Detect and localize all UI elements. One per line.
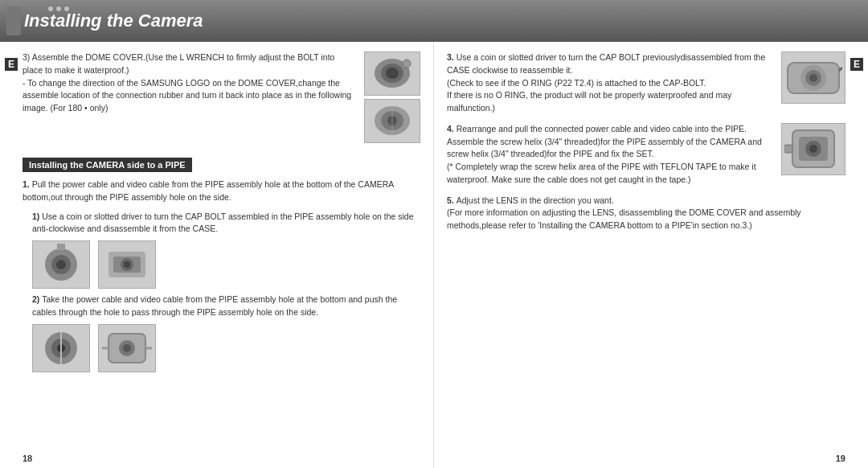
cable-image-1 xyxy=(32,324,90,372)
step-1a-text: Use a coin or slotted driver to turn the… xyxy=(32,211,414,234)
dot-2 xyxy=(56,6,61,11)
step-images-row2 xyxy=(32,324,420,372)
right-page: E 3. Use a coin or slotted driver to tur… xyxy=(434,42,868,468)
right-step-3-content: 3. Use a coin or slotted driver to turn … xyxy=(447,51,768,115)
step-1a: 1) Use a coin or slotted driver to turn … xyxy=(32,211,420,236)
pipe-assembly-image xyxy=(781,123,845,175)
step-2a-text: Take the power cable and video cable fro… xyxy=(32,294,397,317)
e-marker-right: E xyxy=(850,58,863,71)
right-step-5: 5. Adjust the LENS in the direction you … xyxy=(447,195,845,232)
left-page: E 3) Assemble the DOME COVER.(Use the L … xyxy=(0,42,434,468)
pipe-image-2 xyxy=(98,240,156,289)
header-dots xyxy=(48,6,69,11)
header-decoration xyxy=(6,6,21,35)
svg-point-2 xyxy=(386,68,399,79)
dot-1 xyxy=(48,6,53,11)
step-1-text: Pull the power cable and video cable fro… xyxy=(23,179,394,202)
right-step-5-content: 5. Adjust the LENS in the direction you … xyxy=(447,195,845,232)
step-2a: 2) Take the power cable and video cable … xyxy=(32,294,420,319)
page-title: Installing the Camera xyxy=(24,10,203,31)
dome-cover-images xyxy=(364,51,420,143)
section-heading: Installing the CAMERA side to a PIPE xyxy=(23,158,192,172)
svg-point-28 xyxy=(809,74,817,82)
svg-point-22 xyxy=(123,344,131,352)
cable-image-2 xyxy=(98,324,156,372)
e-marker-left: E xyxy=(5,58,18,71)
page-header: Installing the Camera xyxy=(0,0,868,42)
pipe-image-1 xyxy=(32,240,90,289)
svg-rect-34 xyxy=(784,145,792,153)
step-images-row1 xyxy=(32,240,420,289)
right-step-3-image xyxy=(781,51,845,115)
dot-3 xyxy=(64,6,69,11)
dome-cover-image-2 xyxy=(364,99,420,143)
dome-cover-text: 3) Assemble the DOME COVER.(Use the L WR… xyxy=(23,51,356,143)
dome-cover-image-1 xyxy=(364,51,420,96)
svg-point-10 xyxy=(56,260,66,269)
page-content: E 3) Assemble the DOME COVER.(Use the L … xyxy=(0,42,868,468)
right-step-3: 3. Use a coin or slotted driver to turn … xyxy=(447,51,845,115)
right-step-5-text: 5. Adjust the LENS in the direction you … xyxy=(447,195,845,232)
page-number-right: 19 xyxy=(836,454,845,463)
page-number-left: 18 xyxy=(23,454,32,463)
cap-bolt-image xyxy=(781,51,845,104)
svg-point-15 xyxy=(124,261,130,268)
svg-rect-11 xyxy=(57,244,65,250)
step-1a-num: 1) xyxy=(32,211,42,221)
svg-point-3 xyxy=(403,60,411,68)
step-2a-num: 2) xyxy=(32,294,42,304)
right-step-4-text: 4. Rearrange and pull the connected powe… xyxy=(447,123,768,187)
right-step-3-text: 3. Use a coin or slotted driver to turn … xyxy=(447,51,768,115)
right-step-4-image xyxy=(781,123,845,187)
step-1: 1. Pull the power cable and video cable … xyxy=(23,179,420,204)
right-step-4: 4. Rearrange and pull the connected powe… xyxy=(447,123,845,187)
right-step-4-content: 4. Rearrange and pull the connected powe… xyxy=(447,123,768,187)
top-section: 3) Assemble the DOME COVER.(Use the L WR… xyxy=(23,51,420,143)
step-1-num: 1. xyxy=(23,179,32,189)
svg-point-33 xyxy=(809,145,817,153)
